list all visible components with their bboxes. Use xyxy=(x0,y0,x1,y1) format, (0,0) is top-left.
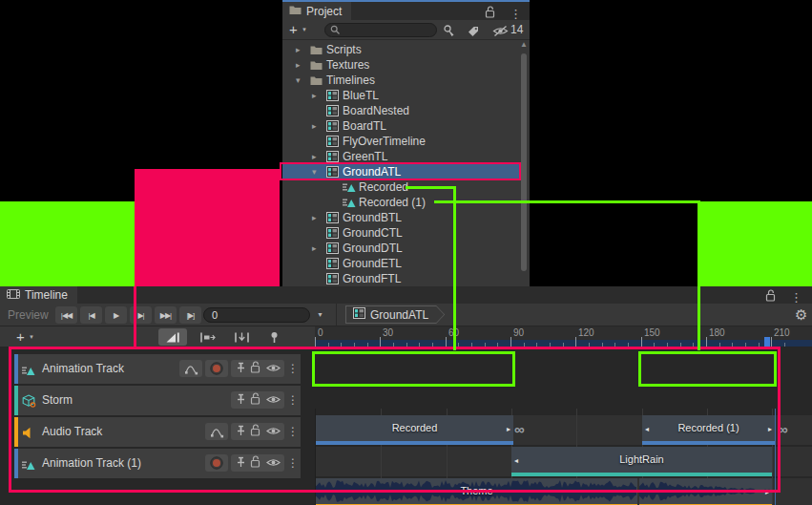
tree-item-label: FlyOverTimeline xyxy=(343,134,426,149)
annotation-green-box-recorded-clip xyxy=(312,351,515,387)
annotation-pink-box-groundatl xyxy=(280,162,521,180)
ruler-tick-label: 90 xyxy=(513,327,524,338)
tree-item-groundctl[interactable]: GroundCTL xyxy=(282,225,519,241)
annotation-green-box-recorded1-clip xyxy=(638,351,777,387)
ruler-tick-label: 30 xyxy=(383,327,393,338)
toolbar-separator xyxy=(336,304,337,326)
create-asset-button[interactable]: + ▼ xyxy=(289,21,307,38)
project-tab-label: Project xyxy=(306,5,342,18)
ruler-tick-label: 150 xyxy=(644,327,660,338)
chevron-right-icon[interactable]: ▸ xyxy=(312,88,317,103)
tree-item-label: Scripts xyxy=(326,42,362,57)
frame-field-caret-icon[interactable]: ▼ xyxy=(317,311,323,318)
tree-item-groundetl[interactable]: GroundETL xyxy=(282,256,519,271)
scene-pink-block xyxy=(135,169,280,286)
chevron-right-icon[interactable]: ▸ xyxy=(312,241,317,256)
preview-toggle[interactable]: Preview xyxy=(8,308,49,322)
hidden-count-eye-icon[interactable] xyxy=(492,24,509,41)
timeline-icon xyxy=(326,273,339,286)
skip-to-start-button[interactable]: |◀◀ xyxy=(55,306,77,324)
add-track-button[interactable]: + ▼ xyxy=(16,328,34,346)
tree-item-timelines[interactable]: ▾Timelines xyxy=(282,73,519,88)
annotation-pink-connector-line xyxy=(134,286,136,347)
tree-item-flyovertimeline[interactable]: FlyOverTimeline xyxy=(282,134,519,149)
ruler-tick-label: 180 xyxy=(709,327,725,338)
chevron-right-icon[interactable]: ▸ xyxy=(296,57,301,73)
ruler-tick-major xyxy=(510,337,511,347)
timeline-asset-icon xyxy=(353,307,365,322)
scrollbar-thumb[interactable] xyxy=(521,53,527,271)
project-toolbar: + ▼ 14 xyxy=(282,20,530,40)
filter-by-label-icon[interactable] xyxy=(468,24,479,41)
timeline-end-marker[interactable] xyxy=(764,337,770,347)
gear-icon[interactable]: ⚙ xyxy=(795,306,807,324)
tree-item-boardtl[interactable]: ▸BoardTL xyxy=(282,118,519,134)
ruler-tick-label: 0 xyxy=(318,327,323,338)
tree-item-label: BoardTL xyxy=(343,118,386,134)
tree-item-textures[interactable]: ▸Textures xyxy=(282,57,519,73)
filter-by-type-icon[interactable] xyxy=(443,24,455,41)
tree-item-groundftl[interactable]: GroundFTL xyxy=(282,271,519,286)
ruler-tick-major xyxy=(575,337,576,347)
tree-item-scripts[interactable]: ▸Scripts xyxy=(282,42,519,57)
ruler-tick-label: 120 xyxy=(578,327,594,338)
tree-item-label: BlueTL xyxy=(343,88,379,103)
tree-item-bluetl[interactable]: ▸BlueTL xyxy=(282,88,519,103)
ruler-tick-minor xyxy=(784,343,785,347)
play-range-button[interactable]: [▶] xyxy=(179,306,201,324)
tree-item-label: GroundETL xyxy=(343,256,402,271)
window-menu-icon[interactable]: ⋮ xyxy=(790,291,802,304)
tree-item-boardnested[interactable]: BoardNested xyxy=(282,103,519,118)
ruler-tick-major xyxy=(315,337,316,347)
frame-field[interactable]: 0 xyxy=(203,307,310,323)
tree-item-label: GroundCTL xyxy=(343,225,403,241)
chevron-right-icon[interactable]: ▸ xyxy=(312,210,317,225)
hidden-count: 14 xyxy=(510,23,523,36)
timeline-window-icon xyxy=(7,288,20,303)
tree-item-recorded[interactable]: Recorded xyxy=(282,179,519,195)
marker-pin-icon[interactable] xyxy=(269,330,280,347)
time-ruler[interactable]: 0306090120150180210 xyxy=(315,326,812,347)
tab-project[interactable]: Project xyxy=(282,2,351,20)
annotation-green-line-recorded1-h xyxy=(434,200,700,203)
tree-item-label: Timelines xyxy=(326,73,375,88)
clip-edit-toolbar: + ▼ xyxy=(0,326,315,347)
ruler-tick-major xyxy=(446,337,447,347)
project-window: Project ⋮ + ▼ 14 ▸Scripts▸Textures▾Timel… xyxy=(282,0,530,286)
ruler-tick-major xyxy=(706,337,707,347)
previous-frame-button[interactable]: |◀ xyxy=(80,306,102,324)
tree-item-grounddtl[interactable]: ▸GroundDTL xyxy=(282,241,519,256)
scene-green-block-right xyxy=(697,201,812,286)
ruler-tick-major xyxy=(771,337,772,347)
scroll-up-icon[interactable]: ▲ xyxy=(520,40,528,49)
chevron-right-icon[interactable]: ▸ xyxy=(296,42,301,57)
tree-item-label: GroundDTL xyxy=(343,241,403,256)
mix-mode-button[interactable] xyxy=(158,328,187,346)
annotation-green-line-recorded-v xyxy=(453,186,456,350)
breadcrumb[interactable]: GroundATL xyxy=(345,305,445,324)
scene-green-block-left xyxy=(0,201,135,286)
search-input[interactable] xyxy=(324,23,437,37)
unity-editor-stage: Project ⋮ + ▼ 14 ▸Scripts▸Textures▾Timel… xyxy=(0,0,812,505)
skip-to-end-button[interactable]: ▶▶| xyxy=(155,306,177,324)
search-icon xyxy=(330,22,341,39)
ruler-tick-label: 210 xyxy=(774,327,790,338)
play-button[interactable]: ▶ xyxy=(105,306,127,324)
window-menu-icon[interactable]: ⋮ xyxy=(510,8,522,20)
replace-mode-button[interactable] xyxy=(227,328,256,346)
chevron-right-icon[interactable]: ▸ xyxy=(312,118,317,134)
tab-timeline[interactable]: Timeline xyxy=(0,286,77,304)
folder-icon xyxy=(289,5,302,18)
project-tabstrip: Project ⋮ xyxy=(282,2,530,20)
ripple-mode-button[interactable] xyxy=(193,328,221,346)
ruler-tick-major xyxy=(641,337,642,347)
annotation-green-line-recorded1-v xyxy=(697,286,700,350)
tree-item-label: BoardNested xyxy=(343,103,409,118)
timeline-tab-label: Timeline xyxy=(25,288,68,302)
breadcrumb-label: GroundATL xyxy=(370,308,428,322)
chevron-down-icon[interactable]: ▾ xyxy=(296,73,301,88)
tree-item-groundbtl[interactable]: ▸GroundBTL xyxy=(282,210,519,225)
timeline-toolbar: Preview |◀◀|◀▶▶|▶▶|[▶] 0 ▼ GroundATL ⚙ xyxy=(0,304,812,326)
tree-item-label: GroundBTL xyxy=(343,210,402,225)
tree-item-label: GroundFTL xyxy=(343,271,401,286)
